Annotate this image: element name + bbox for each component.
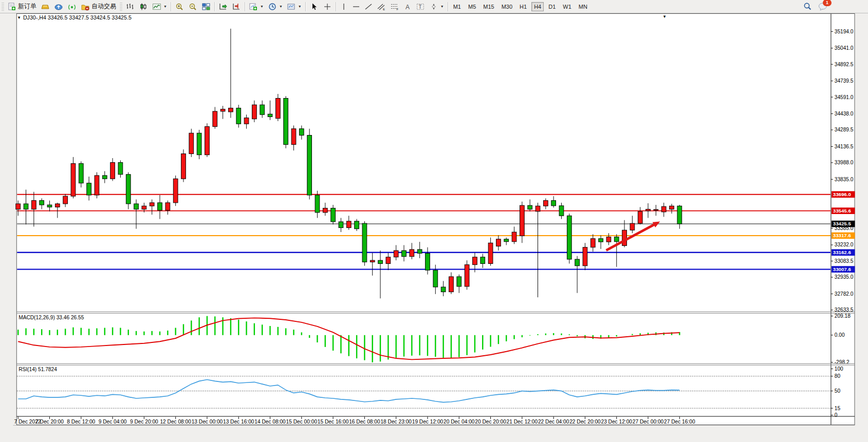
svg-text:33232.0: 33232.0 [835, 242, 854, 247]
time-label: 20 Dec 04:00 [444, 419, 475, 425]
timeframe-D1[interactable]: D1 [546, 2, 558, 11]
new-chart-button[interactable]: ▼ [247, 2, 266, 11]
timeframe-M1[interactable]: M1 [451, 2, 464, 11]
zoom-out-button[interactable] [186, 2, 199, 11]
timeframe-W1[interactable]: W1 [560, 2, 574, 11]
chart-shift-icon [232, 3, 241, 11]
svg-text:0.00: 0.00 [835, 332, 845, 338]
svg-text:33083.5: 33083.5 [835, 258, 854, 264]
toolbar-separator [336, 2, 336, 11]
svg-text:35041.0: 35041.0 [835, 45, 854, 51]
svg-text:15: 15 [835, 406, 841, 411]
auto-scroll-button[interactable] [216, 2, 230, 11]
timeframe-M30[interactable]: M30 [499, 2, 515, 11]
time-label: 12 Dec 08:00 [160, 419, 191, 425]
auto-scroll-icon [218, 3, 228, 11]
svg-text:33007.6: 33007.6 [833, 266, 852, 272]
chart-shift-button[interactable] [230, 2, 243, 11]
timeframe-group: M1M5M15M30H1H4D1W1MN [450, 0, 591, 13]
rsi-label: RSI(14) 51.7824 [19, 367, 57, 372]
gold-bar-icon [41, 3, 50, 11]
time-label: 21 Dec 12:00 [507, 419, 538, 425]
trendline-icon [364, 3, 373, 11]
new-chart-icon [249, 3, 258, 11]
svg-text:F: F [396, 8, 398, 11]
gold-button[interactable] [39, 2, 52, 11]
chart-title-collapse-icon: ▼ [17, 15, 21, 20]
template-caret: ▼ [298, 5, 302, 8]
vertical-line-icon [340, 3, 348, 11]
upload-button[interactable] [52, 2, 65, 11]
price-chart[interactable]: 35194.035041.034892.534739.534591.034438… [0, 13, 868, 442]
svg-text:34438.0: 34438.0 [835, 111, 854, 117]
timeframe-MN[interactable]: MN [576, 2, 590, 11]
chart-context-caret: ▼ [662, 14, 667, 19]
time-label: 14 Dec 08:00 [254, 419, 286, 425]
cursor-button[interactable] [307, 2, 321, 11]
cursor-group [307, 0, 334, 13]
time-label: 23 Dec 12:00 [601, 419, 632, 425]
timeframe-H1[interactable]: H1 [517, 2, 529, 11]
text-button[interactable]: A [401, 2, 414, 11]
chart-type-group: ▼ [123, 0, 169, 13]
tile-windows-button[interactable] [199, 2, 213, 11]
svg-text:50: 50 [835, 388, 841, 394]
crosshair-button[interactable] [321, 2, 334, 11]
notifications-button[interactable]: 1 [818, 2, 828, 11]
channel-button[interactable]: E [375, 2, 388, 11]
signal-button[interactable] [65, 2, 79, 11]
trendline-button[interactable] [362, 2, 375, 11]
svg-text:34739.5: 34739.5 [835, 78, 854, 84]
toolbar-grip [2, 3, 4, 11]
scroll-group [216, 0, 243, 13]
toolbar-separator [305, 2, 306, 11]
template-button[interactable]: ▼ [285, 2, 304, 11]
new-order-button[interactable]: 新订单 [5, 2, 39, 11]
text-label-icon: T [416, 3, 425, 11]
svg-text:209.18: 209.18 [835, 313, 851, 319]
line-chart-type-button[interactable]: ▼ [150, 2, 169, 11]
period-button[interactable]: ▼ [266, 2, 285, 11]
toolbar-grip [120, 3, 122, 11]
notification-badge: 1 [823, 0, 832, 6]
zoom-in-button[interactable] [173, 2, 186, 11]
time-label: 15 Dec 16:00 [318, 419, 349, 425]
toolbar-separator [171, 2, 171, 11]
time-label: 27 Dec 16:00 [664, 419, 695, 425]
cursor-icon [309, 3, 319, 11]
svg-text:33696.0: 33696.0 [833, 191, 851, 197]
bar-chart-type-button[interactable] [123, 2, 137, 11]
zoom-in-icon [175, 3, 184, 11]
main-toolbar: 新订单 自动交易 [0, 0, 868, 13]
time-label: 27 Dec 00:00 [633, 419, 664, 425]
timeframe-H4[interactable]: H4 [531, 2, 544, 11]
auto-trading-button[interactable]: 自动交易 [79, 2, 118, 11]
svg-text:E: E [383, 7, 385, 10]
svg-text:33988.0: 33988.0 [835, 160, 854, 165]
time-label: 8 Dec 12:00 [67, 419, 95, 425]
time-label: 15 Dec 00:00 [286, 419, 318, 425]
text-label-button[interactable]: T [414, 2, 427, 11]
svg-text:A: A [405, 3, 410, 10]
text-icon: A [403, 3, 412, 11]
macd-label: MACD(12,26,9) 33.46 26.55 [19, 315, 84, 320]
vertical-line-button[interactable] [338, 2, 350, 11]
candlestick-icon [139, 3, 148, 11]
signal-icon [67, 3, 77, 11]
fibonacci-button[interactable]: F [388, 2, 401, 11]
arrows-button[interactable]: ▼ [427, 2, 446, 11]
timeframe-M15[interactable]: M15 [481, 2, 496, 11]
search-icon[interactable] [803, 2, 812, 11]
trade-group: 新订单 自动交易 [5, 0, 118, 13]
svg-text:33425.5: 33425.5 [833, 221, 852, 226]
timeframe-M5[interactable]: M5 [466, 2, 478, 11]
cloud-upload-icon [54, 3, 63, 11]
time-label: 20 Dec 20:00 [475, 419, 506, 425]
crosshair-icon [323, 3, 332, 11]
svg-text:33317.6: 33317.6 [833, 233, 852, 238]
horizontal-line-button[interactable] [350, 2, 362, 11]
candlestick-type-button[interactable] [137, 2, 150, 11]
time-label: 19 Dec 12:00 [412, 419, 444, 425]
bar-chart-icon [125, 3, 135, 11]
svg-text:33162.6: 33162.6 [833, 249, 852, 255]
